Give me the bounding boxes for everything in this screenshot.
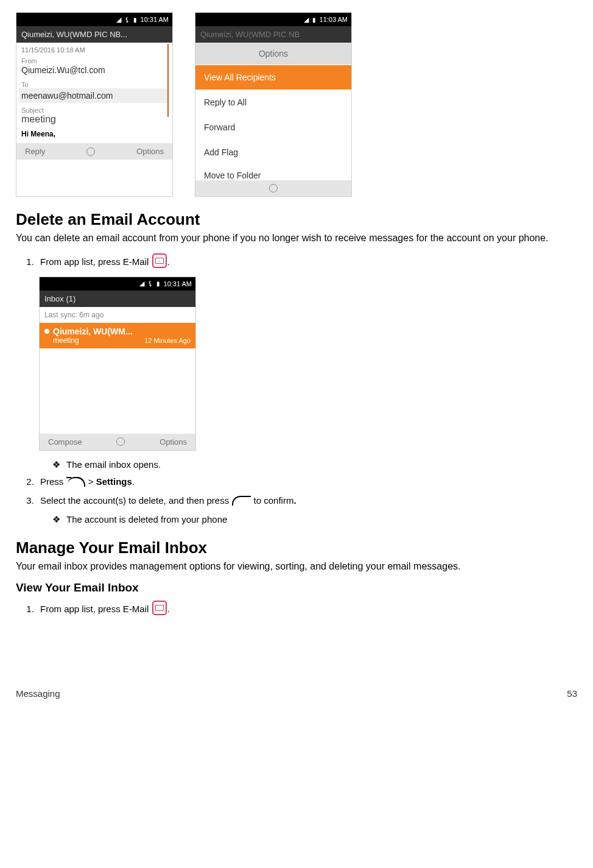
signal-icon: ◢ (139, 280, 144, 288)
phone-options-menu: ◢ ▮ 11:03 AM Qiumeizi, WU(WMD PIC NB Opt… (195, 12, 352, 197)
option-view-all-recipients[interactable]: View All Recipients (195, 65, 351, 90)
scroll-indicator (167, 44, 169, 117)
softkey-bar: Reply Options (16, 143, 172, 160)
delete-step-3: Select the account(s) to delete, and the… (37, 495, 577, 506)
softkey-options[interactable]: Options (136, 147, 164, 156)
page-footer: Messaging 53 (16, 688, 577, 699)
heading-manage-inbox: Manage Your Email Inbox (16, 538, 577, 557)
option-reply-to-all[interactable]: Reply to All (195, 90, 351, 115)
softkey-bar: Compose Options (40, 434, 195, 450)
heading-delete-account: Delete an Email Account (16, 210, 577, 229)
delete-intro-text: You can delete an email account from you… (16, 231, 577, 245)
view-steps-list: From app list, press E-Mail . (37, 601, 577, 615)
status-bar: ◢ ⚸ ▮ 10:31 AM (16, 13, 172, 26)
center-key-icon[interactable] (116, 437, 125, 446)
battery-icon: ▮ (156, 280, 160, 287)
clock: 10:31 AM (141, 16, 169, 23)
view-step-1: From app list, press E-Mail . (37, 601, 577, 615)
inbox-time: 12 Minutes Ago (144, 337, 191, 344)
phone-inbox: ◢ ⚸ ▮ 10:31 AM Inbox (1) Last sync: 6m a… (39, 277, 196, 451)
softkey-bar (195, 180, 351, 196)
step-text-end: . (167, 256, 170, 267)
inbox-message-row[interactable]: Qiumeizi, WU(WM... meeting 12 Minutes Ag… (40, 323, 195, 348)
manage-intro-text: Your email inbox provides management opt… (16, 560, 577, 573)
last-sync: Last sync: 6m ago (40, 307, 195, 323)
right-softkey-icon (68, 477, 85, 485)
subject-label: Subject (21, 107, 167, 114)
delete-substep-inbox-opens: The email inbox opens. (52, 459, 577, 470)
from-value: Qiumeizi.Wu@tcl.com (21, 65, 167, 81)
heading-view-inbox: View Your Email Inbox (16, 581, 577, 595)
battery-icon: ▮ (312, 16, 316, 23)
inbox-subject: meeting (44, 336, 79, 345)
option-forward[interactable]: Forward (195, 115, 351, 139)
step-text: From app list, press E-Mail (40, 604, 152, 614)
center-key-icon[interactable] (86, 147, 95, 156)
email-greeting: Hi Meena, (21, 130, 167, 141)
status-bar: ◢ ⚸ ▮ 10:31 AM (40, 277, 195, 291)
clock: 10:31 AM (164, 280, 192, 288)
signal-icon: ◢ (116, 16, 121, 24)
email-header: Qiumeizi, WU(WMD PIC NB... (16, 26, 172, 43)
from-label: From (21, 57, 167, 65)
phone-email-detail: ◢ ⚸ ▮ 10:31 AM Qiumeizi, WU(WMD PIC NB..… (16, 12, 173, 197)
step-text-sep: > (86, 476, 96, 487)
to-label: To (21, 81, 167, 88)
option-move-to-folder[interactable]: Move to Folder (195, 164, 351, 180)
top-screenshots-row: ◢ ⚸ ▮ 10:31 AM Qiumeizi, WU(WMD PIC NB..… (16, 12, 577, 197)
email-app-icon (152, 601, 167, 615)
step-text: Select the account(s) to delete, and the… (40, 495, 231, 506)
battery-icon: ▮ (133, 16, 137, 23)
delete-step-2: Press > Settings. (37, 476, 577, 487)
step-text-end: . (167, 604, 170, 614)
subject-value: meeting (21, 114, 167, 130)
footer-section: Messaging (16, 688, 60, 699)
step-text-mid: to confirm (251, 495, 293, 506)
footer-page-number: 53 (567, 688, 577, 699)
step-text: From app list, press E-Mail (40, 256, 152, 267)
softkey-compose[interactable]: Compose (48, 437, 82, 446)
step-text-end: . (132, 476, 135, 487)
delete-steps-list: From app list, press E-Mail . (37, 253, 577, 268)
email-app-icon (152, 253, 167, 268)
option-add-flag[interactable]: Add Flag (195, 139, 351, 164)
delete-steps-list-cont: Press > Settings. Select the account(s) … (37, 476, 577, 506)
left-softkey-icon (233, 497, 250, 504)
softkey-options[interactable]: Options (160, 437, 187, 446)
status-bar: ◢ ▮ 11:03 AM (195, 13, 351, 26)
options-title: Options (195, 43, 351, 65)
softkey-reply[interactable]: Reply (25, 147, 45, 156)
inbox-header: Inbox (1) (40, 291, 195, 307)
delete-step-1: From app list, press E-Mail . (37, 253, 577, 268)
signal-icon: ◢ (304, 16, 309, 24)
faded-header: Qiumeizi, WU(WMD PIC NB (195, 26, 351, 43)
delete-substep-deleted: The account is deleted from your phone (52, 514, 577, 525)
unread-dot-icon (44, 329, 49, 334)
step-text: Press (40, 476, 66, 487)
wifi-icon: ⚸ (125, 16, 130, 24)
wifi-icon: ⚸ (148, 280, 153, 288)
center-key-icon[interactable] (269, 184, 278, 192)
inbox-sender: Qiumeizi, WU(WM... (53, 326, 133, 336)
step-text-end: . (293, 495, 296, 506)
to-value: meenawu@hotmail.com (19, 88, 167, 103)
settings-bold: Settings (96, 476, 132, 487)
clock: 11:03 AM (320, 16, 348, 23)
email-timestamp: 11/15/2016 10:18 AM (21, 45, 167, 57)
inbox-empty-space (40, 348, 195, 434)
